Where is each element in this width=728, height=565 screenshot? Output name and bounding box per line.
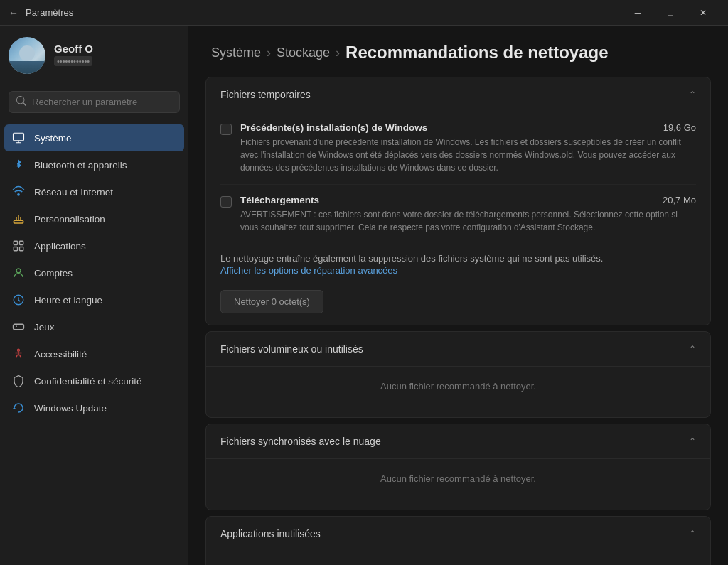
svg-point-1	[18, 194, 19, 195]
minimize-button[interactable]: ─	[621, 0, 654, 26]
titlebar-title: Paramètres	[26, 7, 73, 18]
user-section[interactable]: Geoff O ••••••••••••	[0, 26, 188, 85]
sidebar-item-access[interactable]: Accessibilité	[4, 340, 184, 367]
reseau-label: Réseau et Internet	[34, 187, 113, 198]
svg-rect-0	[14, 133, 24, 141]
svg-rect-3	[20, 241, 23, 244]
file-size-windows: 19,6 Go	[663, 122, 696, 133]
checkbox-windows[interactable]	[220, 124, 232, 135]
sidebar-item-apps[interactable]: Applications	[4, 232, 184, 259]
search-icon	[16, 96, 26, 108]
sidebar-item-perso[interactable]: Personnalisation	[4, 205, 184, 232]
breadcrumb-systeme: Système	[211, 45, 261, 60]
confid-label: Confidentialité et sécurité	[34, 376, 142, 387]
svg-rect-8	[14, 324, 24, 330]
sidebar-item-jeux[interactable]: Jeux	[4, 313, 184, 340]
heure-icon	[11, 293, 26, 307]
sections-container: Fichiers temporaires ⌃ Précédente(s) ins…	[188, 77, 728, 565]
systeme-label: Système	[34, 133, 72, 144]
perso-label: Personnalisation	[34, 214, 105, 225]
perso-icon	[11, 212, 26, 226]
jeux-icon	[11, 320, 26, 334]
search-container	[0, 85, 188, 122]
section-unused-apps: Applications inutilisées ⌃ Aucune applic…	[205, 516, 711, 565]
section-unused-header[interactable]: Applications inutilisées ⌃	[206, 517, 710, 551]
window-controls: ─ □ ✕	[621, 0, 719, 26]
section-large-title: Fichiers volumineux ou inutilisés	[220, 343, 363, 355]
nav-list: Système Bluetooth et appareils	[0, 122, 188, 424]
access-icon	[11, 347, 26, 361]
svg-rect-2	[14, 241, 17, 244]
file-size-downloads: 20,7 Mo	[663, 195, 696, 205]
maximize-button[interactable]: □	[654, 0, 687, 26]
apps-label: Applications	[34, 241, 86, 252]
section-temp-files: Fichiers temporaires ⌃ Précédente(s) ins…	[205, 77, 711, 325]
sidebar-item-systeme[interactable]: Système	[4, 124, 184, 151]
section-unused-title: Applications inutilisées	[220, 528, 321, 539]
sidebar-item-bluetooth[interactable]: Bluetooth et appareils	[4, 151, 184, 178]
cleanup-note-text: Le nettoyage entraîne également la suppr…	[220, 253, 603, 264]
section-cloud-files: Fichiers synchronisés avec le nuage ⌃ Au…	[205, 424, 711, 510]
comptes-icon	[11, 266, 26, 280]
clean-button[interactable]: Nettoyer 0 octet(s)	[220, 290, 323, 313]
sidebar-item-update[interactable]: Windows Update	[4, 394, 184, 421]
access-label: Accessibilité	[34, 349, 87, 360]
section-cloud-body: Aucun fichier recommandé à nettoyer.	[206, 458, 710, 510]
sidebar: Geoff O ••••••••••••	[0, 26, 188, 565]
sidebar-item-heure[interactable]: Heure et langue	[4, 286, 184, 313]
user-email: ••••••••••••	[54, 56, 92, 66]
file-name-windows: Précédente(s) installation(s) de Windows	[240, 122, 427, 133]
confid-icon	[11, 374, 26, 388]
section-temp-body: Précédente(s) installation(s) de Windows…	[206, 112, 710, 325]
cleanup-note: Le nettoyage entraîne également la suppr…	[220, 244, 696, 281]
search-input[interactable]	[32, 97, 172, 107]
user-name: Geoff O	[54, 43, 180, 55]
checkbox-downloads[interactable]	[220, 196, 232, 208]
file-item-windows: Précédente(s) installation(s) de Windows…	[220, 112, 696, 185]
svg-rect-4	[14, 247, 17, 251]
chevron-up-icon: ⌃	[689, 90, 696, 99]
file-item-downloads: Téléchargements 20,7 Mo AVERTISSEMENT : …	[220, 185, 696, 244]
svg-point-9	[18, 349, 20, 351]
breadcrumb-sep2: ›	[336, 45, 340, 60]
bluetooth-icon	[11, 158, 26, 172]
section-temp-header[interactable]: Fichiers temporaires ⌃	[206, 77, 710, 112]
page-header: Système › Stockage › Recommandations de …	[188, 26, 728, 77]
sidebar-item-comptes[interactable]: Comptes	[4, 259, 184, 286]
section-cloud-title: Fichiers synchronisés avec le nuage	[220, 436, 381, 447]
heure-label: Heure et langue	[34, 295, 102, 306]
breadcrumb-sep1: ›	[267, 45, 271, 60]
content-area: Système › Stockage › Recommandations de …	[188, 26, 728, 565]
jeux-label: Jeux	[34, 322, 55, 333]
breadcrumb: Système › Stockage › Recommandations de …	[211, 43, 705, 63]
cloud-files-empty: Aucun fichier recommandé à nettoyer.	[220, 459, 696, 498]
comptes-label: Comptes	[34, 268, 73, 279]
repair-options-link[interactable]: Afficher les options de réparation avanc…	[220, 265, 696, 276]
avatar	[9, 37, 46, 74]
section-cloud-header[interactable]: Fichiers synchronisés avec le nuage ⌃	[206, 424, 710, 458]
chevron-up-cloud-icon: ⌃	[689, 436, 696, 446]
update-icon	[11, 401, 26, 415]
file-name-downloads: Téléchargements	[240, 195, 319, 205]
close-button[interactable]: ✕	[687, 0, 719, 26]
svg-rect-5	[20, 247, 23, 251]
large-files-empty: Aucun fichier recommandé à nettoyer.	[220, 367, 696, 406]
unused-apps-empty: Aucune application recommandée à nettoye…	[220, 551, 696, 565]
breadcrumb-stockage: Stockage	[277, 45, 330, 60]
update-label: Windows Update	[34, 403, 107, 414]
back-button[interactable]: ←	[9, 7, 18, 18]
systeme-icon	[11, 131, 26, 145]
chevron-up-large-icon: ⌃	[689, 344, 696, 354]
file-desc-downloads: AVERTISSEMENT : ces fichiers sont dans v…	[240, 208, 696, 234]
chevron-up-apps-icon: ⌃	[689, 529, 696, 539]
section-large-files: Fichiers volumineux ou inutilisés ⌃ Aucu…	[205, 331, 711, 418]
search-box[interactable]	[9, 91, 180, 113]
section-temp-title: Fichiers temporaires	[220, 89, 311, 100]
breadcrumb-current: Recommandations de nettoyage	[346, 43, 608, 63]
titlebar: ← Paramètres ─ □ ✕	[0, 0, 728, 26]
section-large-body: Aucun fichier recommandé à nettoyer.	[206, 366, 710, 417]
svg-point-6	[16, 269, 21, 273]
sidebar-item-confid[interactable]: Confidentialité et sécurité	[4, 367, 184, 394]
sidebar-item-reseau[interactable]: Réseau et Internet	[4, 178, 184, 205]
section-large-header[interactable]: Fichiers volumineux ou inutilisés ⌃	[206, 332, 710, 366]
